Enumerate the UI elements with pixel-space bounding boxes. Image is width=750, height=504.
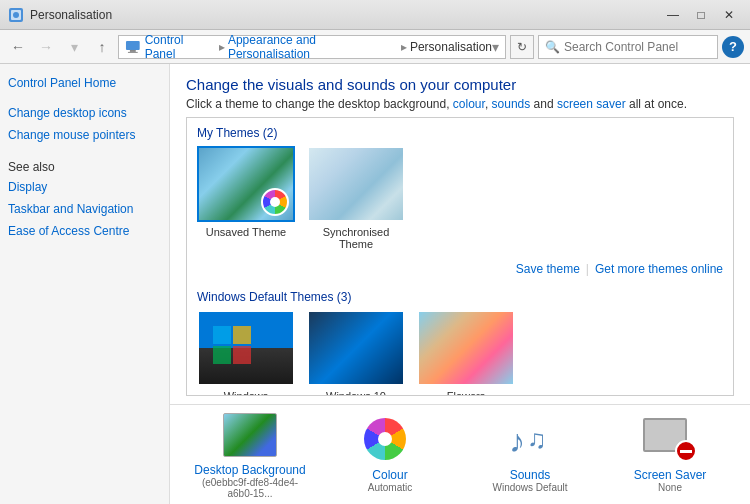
back-button[interactable]: ←: [6, 35, 30, 59]
flowers-theme-label: Flowers: [447, 390, 486, 396]
bottom-item-screen-saver[interactable]: Screen Saver None: [610, 408, 730, 501]
window-title: Personalisation: [30, 8, 112, 22]
address-path: Control Panel ▸ Appearance and Personali…: [118, 35, 506, 59]
sidebar-item-mouse-pointers[interactable]: Change mouse pointers: [8, 126, 161, 144]
see-also-label: See also: [8, 160, 161, 174]
theme-thumbnail-windows[interactable]: [197, 310, 295, 386]
search-icon: 🔍: [545, 40, 560, 54]
theme-thumbnail-unsaved[interactable]: [197, 146, 295, 222]
theme-thumbnail-flowers[interactable]: [417, 310, 515, 386]
path-control-panel[interactable]: Control Panel: [145, 33, 216, 61]
svg-text:♫: ♫: [527, 424, 547, 454]
screen-saver-icon: [643, 418, 697, 462]
search-box: 🔍: [538, 35, 718, 59]
svg-rect-7: [233, 326, 251, 344]
bottom-icons-row: Desktop Background (e0ebbc9f-dfe8-4de4-a…: [170, 404, 750, 504]
svg-text:♪: ♪: [509, 423, 525, 459]
window-icon: [8, 7, 24, 23]
main-layout: Control Panel Home Change desktop icons …: [0, 64, 750, 504]
synced-theme-label: Synchronised Theme: [307, 226, 405, 250]
colour-wheel-overlay-icon: [261, 188, 289, 216]
my-themes-grid: Unsaved Theme Synchronised Theme: [187, 146, 733, 260]
minimize-button[interactable]: —: [660, 5, 686, 25]
theme-item-unsaved[interactable]: Unsaved Theme: [197, 146, 295, 250]
windows10-theme-image: [309, 312, 403, 384]
windows-theme-image: [199, 312, 293, 384]
svg-rect-6: [213, 326, 231, 344]
musical-notes-icon: ♪ ♫: [507, 420, 553, 460]
help-button[interactable]: ?: [722, 36, 744, 58]
my-themes-title: My Themes (2): [187, 118, 733, 146]
title-controls: — □ ✕: [660, 5, 742, 25]
screen-saver-label: Screen Saver: [634, 468, 707, 482]
sounds-sub: Windows Default: [492, 482, 567, 493]
path-personalisation: Personalisation: [410, 40, 492, 54]
desktop-background-icon: [223, 413, 277, 457]
theme-item-windows10[interactable]: Windows 10: [307, 310, 405, 396]
colour-icon: [364, 418, 416, 462]
unsaved-theme-image: [199, 148, 293, 220]
colour-label: Colour: [372, 468, 407, 482]
sidebar-item-home[interactable]: Control Panel Home: [8, 74, 161, 92]
windows-logo-icon: [203, 316, 295, 386]
theme-item-synced[interactable]: Synchronised Theme: [307, 146, 405, 250]
desktop-background-sub: (e0ebbc9f-dfe8-4de4-a6b0-15...: [194, 477, 306, 499]
svg-rect-4: [130, 49, 136, 51]
title-bar: Personalisation — □ ✕: [0, 0, 750, 30]
theme-item-flowers[interactable]: Flowers: [417, 310, 515, 396]
svg-rect-5: [128, 51, 138, 52]
bottom-item-desktop-background[interactable]: Desktop Background (e0ebbc9f-dfe8-4de4-a…: [190, 403, 310, 505]
search-input[interactable]: [564, 40, 704, 54]
up-button[interactable]: ↑: [90, 35, 114, 59]
svg-rect-9: [233, 346, 251, 364]
windows-themes-title: Windows Default Themes (3): [187, 282, 733, 310]
theme-thumbnail-synced[interactable]: [307, 146, 405, 222]
sidebar-item-desktop-icons[interactable]: Change desktop icons: [8, 104, 161, 122]
bottom-item-sounds[interactable]: ♪ ♫ Sounds Windows Default: [470, 408, 590, 501]
sounds-icon: ♪ ♫: [503, 418, 557, 462]
address-bar: ← → ▾ ↑ Control Panel ▸ Appearance and P…: [0, 30, 750, 64]
windows-theme-label: Windows: [224, 390, 269, 396]
content-title: Change the visuals and sounds on your co…: [186, 76, 734, 93]
refresh-button[interactable]: ↻: [510, 35, 534, 59]
svg-point-2: [13, 12, 19, 18]
content-area: Change the visuals and sounds on your co…: [170, 64, 750, 504]
svg-rect-8: [213, 346, 231, 364]
path-appearance[interactable]: Appearance and Personalisation: [228, 33, 398, 61]
content-subtitle: Click a theme to change the desktop back…: [186, 97, 734, 111]
forward-button[interactable]: →: [34, 35, 58, 59]
theme-thumbnail-windows10[interactable]: [307, 310, 405, 386]
unsaved-theme-label: Unsaved Theme: [206, 226, 287, 238]
windows10-theme-label: Windows 10: [326, 390, 386, 396]
synced-theme-image: [309, 148, 403, 220]
sidebar: Control Panel Home Change desktop icons …: [0, 64, 170, 504]
sidebar-item-display[interactable]: Display: [8, 178, 161, 196]
screen-saver-sub: None: [658, 482, 682, 493]
desktop-background-label: Desktop Background: [194, 463, 305, 477]
dropdown-arrow-icon[interactable]: ▾: [492, 39, 499, 55]
flowers-theme-image: [419, 312, 513, 384]
get-more-themes-link[interactable]: Get more themes online: [595, 262, 723, 276]
close-button[interactable]: ✕: [716, 5, 742, 25]
recent-pages-button[interactable]: ▾: [62, 35, 86, 59]
content-header: Change the visuals and sounds on your co…: [170, 64, 750, 117]
themes-panel: My Themes (2) Unsaved Theme: [186, 117, 734, 396]
bottom-item-colour[interactable]: Colour Automatic: [330, 408, 450, 501]
svg-rect-3: [126, 41, 140, 50]
sidebar-item-taskbar[interactable]: Taskbar and Navigation: [8, 200, 161, 218]
computer-icon: [125, 39, 141, 55]
windows-themes-grid: Windows Windows 10 Flowers: [187, 310, 733, 396]
sidebar-item-ease-of-access[interactable]: Ease of Access Centre: [8, 222, 161, 240]
colour-sub: Automatic: [368, 482, 412, 493]
theme-links-row: Save theme | Get more themes online: [187, 260, 733, 282]
save-theme-link[interactable]: Save theme: [516, 262, 580, 276]
no-entry-icon: [675, 440, 697, 462]
sounds-label: Sounds: [510, 468, 551, 482]
theme-item-windows[interactable]: Windows: [197, 310, 295, 396]
maximize-button[interactable]: □: [688, 5, 714, 25]
